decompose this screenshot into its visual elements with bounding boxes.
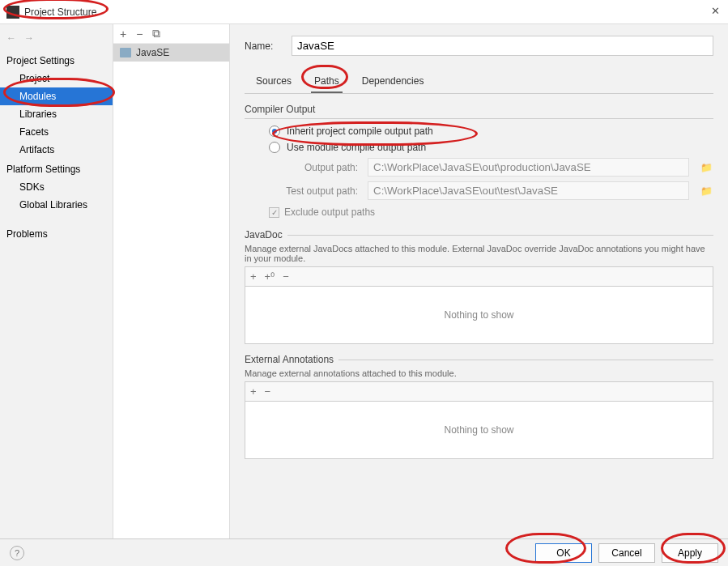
- help-icon[interactable]: ?: [10, 546, 24, 560]
- radio-module[interactable]: Use module compile output path: [269, 142, 713, 153]
- checkbox-icon: ✓: [269, 207, 279, 218]
- sidebar-item-problems[interactable]: Problems: [0, 225, 113, 243]
- javadoc-desc: Manage external JavaDocs attached to thi…: [245, 244, 713, 263]
- name-label: Name:: [245, 40, 280, 52]
- radio-icon: [269, 142, 280, 153]
- test-output-label: Test output path:: [269, 185, 358, 197]
- tabs: Sources Paths Dependencies: [245, 70, 713, 94]
- javadoc-title: JavaDoc: [245, 229, 283, 240]
- ext-anno-title: External Annotations: [245, 354, 334, 365]
- add-url-icon[interactable]: +⁰: [265, 270, 275, 283]
- remove-icon[interactable]: −: [283, 270, 289, 283]
- sidebar-item-modules[interactable]: Modules: [0, 87, 113, 105]
- copy-module-icon[interactable]: ⧉: [152, 27, 160, 40]
- compiler-output-label: Compiler Output: [245, 104, 713, 115]
- name-input[interactable]: [292, 36, 713, 56]
- nav-forward-icon[interactable]: →: [24, 32, 34, 44]
- browse-icon: 📁: [699, 185, 713, 197]
- ext-anno-empty: Nothing to show: [245, 401, 713, 459]
- browse-icon: 📁: [699, 162, 713, 173]
- module-name: JavaSE: [136, 47, 169, 58]
- output-path-input: [368, 158, 689, 177]
- sidebar-item-global-libraries[interactable]: Global Libraries: [0, 196, 113, 214]
- module-list: + − ⧉ JavaSE: [113, 24, 230, 538]
- details-panel: Name: Sources Paths Dependencies Compile…: [230, 24, 728, 538]
- module-row[interactable]: JavaSE: [113, 44, 229, 62]
- remove-module-icon[interactable]: −: [136, 28, 143, 40]
- nav-back-icon[interactable]: ←: [6, 32, 16, 44]
- sidebar-item-facets[interactable]: Facets: [0, 123, 113, 141]
- apply-button[interactable]: Apply: [662, 543, 718, 563]
- sidebar-item-project[interactable]: Project: [0, 70, 113, 87]
- sidebar-item-sdks[interactable]: SDKs: [0, 178, 113, 196]
- folder-icon: [120, 48, 131, 57]
- add-icon[interactable]: +: [250, 385, 257, 398]
- ok-button[interactable]: OK: [535, 543, 592, 563]
- output-path-label: Output path:: [269, 162, 358, 173]
- footer: ? OK Cancel Apply: [0, 538, 728, 566]
- tab-paths[interactable]: Paths: [311, 70, 343, 93]
- sidebar-item-libraries[interactable]: Libraries: [0, 105, 113, 123]
- remove-icon[interactable]: −: [265, 385, 271, 398]
- exclude-label: Exclude output paths: [284, 206, 375, 218]
- titlebar: Project Structure ✕: [0, 0, 728, 24]
- app-icon: [6, 6, 19, 19]
- window-title: Project Structure: [24, 6, 96, 18]
- section-project-settings: Project Settings: [0, 50, 113, 70]
- close-icon[interactable]: ✕: [711, 5, 720, 17]
- exclude-checkbox-row: ✓ Exclude output paths: [269, 206, 713, 218]
- radio-module-label: Use module compile output path: [287, 142, 426, 153]
- sidebar-item-artifacts[interactable]: Artifacts: [0, 141, 113, 159]
- tab-dependencies[interactable]: Dependencies: [359, 70, 428, 93]
- radio-inherit-label: Inherit project compile output path: [287, 126, 433, 137]
- test-output-input: [368, 181, 689, 200]
- radio-inherit[interactable]: Inherit project compile output path: [269, 126, 713, 137]
- section-platform-settings: Platform Settings: [0, 159, 113, 178]
- add-icon[interactable]: +: [250, 270, 257, 283]
- sidebar: ← → Project Settings Project Modules Lib…: [0, 24, 113, 538]
- radio-icon: [269, 126, 280, 137]
- javadoc-empty: Nothing to show: [245, 286, 713, 344]
- add-module-icon[interactable]: +: [120, 28, 126, 40]
- cancel-button[interactable]: Cancel: [598, 543, 655, 563]
- tab-sources[interactable]: Sources: [253, 70, 295, 93]
- ext-anno-desc: Manage external annotations attached to …: [245, 368, 713, 378]
